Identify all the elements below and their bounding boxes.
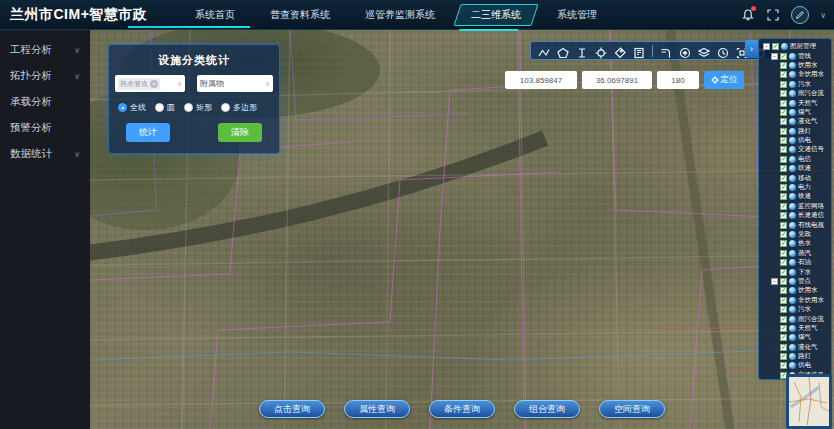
nav-tab[interactable]: 系统管理 (544, 5, 610, 25)
fullscreen-icon[interactable] (766, 8, 780, 22)
layer-checkbox[interactable]: ✓ (780, 306, 787, 313)
locate-button[interactable]: 定位 (704, 71, 744, 89)
layer-row[interactable]: ✓长途通信 (759, 211, 831, 220)
avatar[interactable] (791, 6, 809, 24)
query-button[interactable]: 条件查询 (429, 400, 495, 418)
locate-target-icon[interactable] (595, 45, 607, 57)
layer-row[interactable]: ✓污水 (759, 80, 831, 89)
layer-row[interactable]: ✓下水 (759, 267, 831, 276)
layer-checkbox[interactable]: ✓ (780, 53, 787, 60)
layer-checkbox[interactable]: ✓ (780, 203, 787, 210)
layer-row[interactable]: ✓供电 (759, 136, 831, 145)
height-input[interactable] (657, 71, 699, 89)
layer-row[interactable]: ✓雨污合流 (759, 89, 831, 98)
stat-button[interactable]: 统计 (126, 123, 170, 142)
layer-checkbox[interactable]: ✓ (780, 100, 787, 107)
query-button[interactable]: 空间查询 (599, 400, 665, 418)
layer-row[interactable]: ✓煤气 (759, 333, 831, 342)
layer-row[interactable]: ✓煤气 (759, 108, 831, 117)
layer-row[interactable]: ✓天然气 (759, 98, 831, 107)
tag-icon[interactable] (614, 45, 626, 57)
nav-tab[interactable]: 巡管养监测系统 (352, 5, 448, 25)
facility-select[interactable]: 热水管点 × ∨ (115, 75, 185, 92)
layer-checkbox[interactable]: ✓ (780, 344, 787, 351)
layer-checkbox[interactable]: ✓ (780, 362, 787, 369)
history-clock-icon[interactable] (717, 45, 729, 57)
layer-row[interactable]: ✓党政 (759, 230, 831, 239)
layer-checkbox[interactable]: ✓ (772, 43, 779, 50)
layer-checkbox[interactable]: ✓ (780, 81, 787, 88)
layer-checkbox[interactable]: ✓ (780, 156, 787, 163)
layer-checkbox[interactable]: ✓ (780, 71, 787, 78)
layer-row[interactable]: ✓联通 (759, 164, 831, 173)
layer-row[interactable]: ✓热水 (759, 239, 831, 248)
measure-icon[interactable] (576, 45, 588, 57)
layer-row[interactable]: ✓饮用水 (759, 286, 831, 295)
sidebar-item[interactable]: 预警分析 ∨ (0, 115, 90, 141)
nav-tab[interactable]: 二三维系统 (453, 4, 538, 26)
overview-minimap[interactable] (786, 374, 832, 429)
layer-checkbox[interactable]: ✓ (780, 287, 787, 294)
layer-checkbox[interactable]: ✓ (780, 353, 787, 360)
layer-row[interactable]: ✓雨污合流 (759, 314, 831, 323)
shape-radio[interactable]: 矩形 (184, 102, 212, 113)
layer-checkbox[interactable]: ✓ (780, 269, 787, 276)
query-button[interactable]: 点击查询 (259, 400, 325, 418)
collapse-toggle-icon[interactable]: - (763, 43, 770, 50)
layer-row[interactable]: ✓路灯 (759, 352, 831, 361)
query-button[interactable]: 组合查询 (514, 400, 580, 418)
layer-checkbox[interactable]: ✓ (780, 278, 787, 285)
polygon-draw-icon[interactable] (557, 45, 569, 57)
layer-checkbox[interactable]: ✓ (780, 128, 787, 135)
layer-row[interactable]: ✓石油 (759, 258, 831, 267)
layer-checkbox[interactable]: ✓ (780, 212, 787, 219)
layer-row[interactable]: -✓图层管理 (759, 42, 831, 51)
pipe-section-icon[interactable] (660, 45, 672, 57)
shape-radio[interactable]: 圆 (155, 102, 175, 113)
layer-row[interactable]: ✓非饮用水 (759, 296, 831, 305)
layer-checkbox[interactable]: ✓ (780, 118, 787, 125)
collapse-toggle-icon[interactable]: - (771, 278, 778, 285)
category-select[interactable]: 附属物 ∨ (197, 75, 273, 92)
circle-close-icon[interactable]: × (150, 80, 158, 88)
layer-checkbox[interactable]: ✓ (780, 137, 787, 144)
layer-checkbox[interactable]: ✓ (780, 184, 787, 191)
layer-row[interactable]: -✓管线 (759, 51, 831, 60)
sidebar-item[interactable]: 拓扑分析 ∨ (0, 63, 90, 89)
layer-row[interactable]: ✓电力 (759, 183, 831, 192)
annotation-icon[interactable] (633, 45, 645, 57)
polyline-draw-icon[interactable] (538, 45, 550, 57)
layer-checkbox[interactable]: ✓ (780, 259, 787, 266)
nav-tab[interactable]: 普查资料系统 (257, 5, 343, 25)
layer-checkbox[interactable]: ✓ (780, 193, 787, 200)
layer-row[interactable]: ✓铁通 (759, 192, 831, 201)
shape-radio[interactable]: 多边形 (221, 102, 257, 113)
collapse-toggle-icon[interactable]: - (771, 53, 778, 60)
layer-row[interactable]: -✓管点 (759, 277, 831, 286)
layer-row[interactable]: ✓有线电视 (759, 220, 831, 229)
layer-row[interactable]: ✓液化气 (759, 117, 831, 126)
layer-checkbox[interactable]: ✓ (780, 62, 787, 69)
layer-row[interactable]: ✓蒸汽 (759, 249, 831, 258)
layer-checkbox[interactable]: ✓ (780, 109, 787, 116)
layer-row[interactable]: ✓电信 (759, 155, 831, 164)
sidebar-item[interactable]: 工程分析 ∨ (0, 37, 90, 63)
longitude-input[interactable] (505, 71, 577, 89)
latitude-input[interactable] (582, 71, 652, 89)
layer-row[interactable]: ✓供电 (759, 361, 831, 370)
map-canvas[interactable]: 设施分类统计 热水管点 × ∨ 附属物 ∨ (90, 30, 834, 429)
layer-row[interactable]: ✓交通信号 (759, 145, 831, 154)
layer-checkbox[interactable]: ✓ (780, 175, 787, 182)
layer-row[interactable]: ✓天然气 (759, 324, 831, 333)
layer-checkbox[interactable]: ✓ (780, 222, 787, 229)
sidebar-item[interactable]: 数据统计 ∨ (0, 141, 90, 167)
layer-row[interactable]: ✓监控网络 (759, 202, 831, 211)
layer-panel-collapse-button[interactable]: › (745, 40, 758, 58)
query-button[interactable]: 属性查询 (344, 400, 410, 418)
layer-checkbox[interactable]: ✓ (780, 231, 787, 238)
layer-row[interactable]: ✓移动 (759, 173, 831, 182)
layer-row[interactable]: ✓液化气 (759, 343, 831, 352)
chevron-down-icon[interactable]: ∨ (820, 11, 826, 20)
nav-tab[interactable]: 系统首页 (182, 5, 248, 25)
roam-icon[interactable] (679, 45, 691, 57)
